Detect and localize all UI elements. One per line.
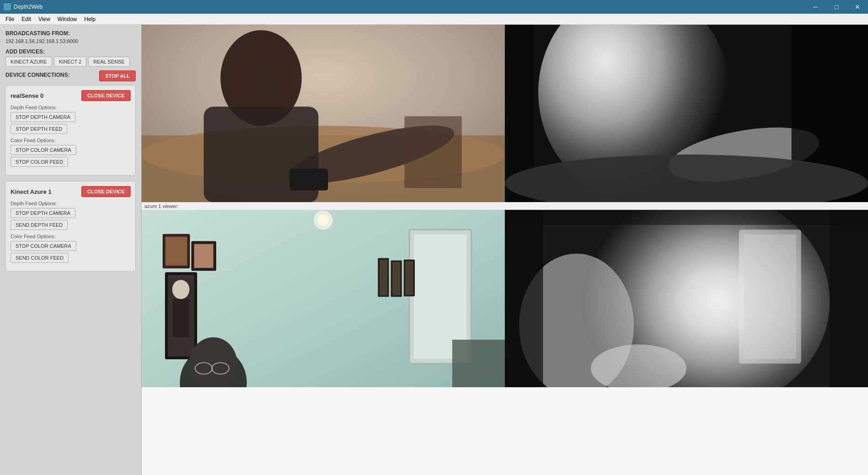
color-feed-panel-azure <box>142 210 505 387</box>
send-depth-feed-azure-button[interactable]: SEND DEPTH FEED <box>11 220 68 230</box>
stop-depth-camera-realsense-button[interactable]: STOP DEPTH CAMERA <box>11 112 75 122</box>
add-kinect2-button[interactable]: KINECT 2 <box>54 57 86 67</box>
svg-rect-22 <box>173 299 190 337</box>
color-buttons-realsense: STOP COLOR CAMERA STOP COLOR FEED <box>11 145 131 167</box>
content-area: azure 1 viewer: <box>142 25 868 475</box>
svg-rect-44 <box>830 210 868 387</box>
svg-rect-45 <box>505 210 868 225</box>
svg-rect-28 <box>380 260 387 295</box>
depth-feed-realsense <box>505 25 868 202</box>
svg-rect-16 <box>165 237 187 266</box>
device-header-realsense: realSense 0 CLOSE DEVICE <box>11 90 131 101</box>
depth-feed-label-realsense: Depth Feed Options: <box>11 105 131 110</box>
stop-color-camera-azure-button[interactable]: STOP COLOR CAMERA <box>11 241 76 251</box>
viewer-realsense <box>142 25 868 202</box>
broadcasting-label: BROADCASTING FROM: <box>5 30 136 37</box>
viewer-label-azure: azure 1 viewer: <box>142 202 868 210</box>
close-device-realsense-button[interactable]: CLOSE DEVICE <box>81 90 131 101</box>
depth-feed-label-azure: Depth Feed Options: <box>11 201 131 206</box>
svg-rect-32 <box>405 261 413 294</box>
svg-rect-18 <box>194 244 213 268</box>
device-header-azure: Kinect Azure 1 CLOSE DEVICE <box>11 186 131 197</box>
minimize-button[interactable]: ─ <box>805 0 826 14</box>
depth-feed-panel-azure <box>505 210 868 387</box>
svg-rect-43 <box>505 210 543 387</box>
device-connections-label: DEVICE CONNECTIONS: <box>5 72 70 78</box>
svg-point-24 <box>318 214 329 226</box>
svg-rect-37 <box>452 340 505 387</box>
color-feed-realsense <box>142 25 505 202</box>
viewer-images-realsense <box>142 25 868 202</box>
send-color-feed-azure-button[interactable]: SEND COLOR FEED <box>11 253 69 263</box>
svg-rect-30 <box>392 262 400 295</box>
connections-header: DEVICE CONNECTIONS: STOP ALL <box>5 70 136 81</box>
titlebar: Depth2Web ─ □ ✕ <box>0 0 868 14</box>
svg-rect-42 <box>744 235 796 359</box>
menu-view[interactable]: View <box>35 15 54 23</box>
depth-buttons-azure: STOP DEPTH CAMERA SEND DEPTH FEED <box>11 208 131 230</box>
app-title: Depth2Web <box>14 4 42 10</box>
depth-feed-panel-realsense <box>505 25 868 202</box>
viewer-azure <box>142 210 868 387</box>
svg-rect-7 <box>404 116 462 188</box>
window-controls: ─ □ ✕ <box>805 0 868 14</box>
menu-help[interactable]: Help <box>81 15 100 23</box>
device-card-azure: Kinect Azure 1 CLOSE DEVICE Depth Feed O… <box>5 181 136 272</box>
device-card-realsense: realSense 0 CLOSE DEVICE Depth Feed Opti… <box>5 85 136 176</box>
device-name-realsense: realSense 0 <box>11 92 43 99</box>
add-devices-label: ADD DEVICES: <box>5 48 136 55</box>
menubar: File Edit View Window Help <box>0 14 868 25</box>
stop-color-camera-realsense-button[interactable]: STOP COLOR CAMERA <box>11 145 76 155</box>
svg-rect-6 <box>290 169 328 190</box>
main-layout: BROADCASTING FROM: 192.168.1.56,192.168.… <box>0 25 868 475</box>
add-device-buttons: KINECT AZURE KINECT 2 REAL SENSE <box>5 57 136 67</box>
stop-depth-camera-azure-button[interactable]: STOP DEPTH CAMERA <box>11 208 75 218</box>
stop-depth-feed-realsense-button[interactable]: STOP DEPTH FEED <box>11 124 67 134</box>
stop-color-feed-realsense-button[interactable]: STOP COLOR FEED <box>11 157 68 167</box>
color-feed-label-azure: Color Feed Options: <box>11 234 131 239</box>
color-feed-panel-realsense <box>142 25 505 202</box>
add-kinect-azure-button[interactable]: KINECT AZURE <box>5 57 52 67</box>
viewer-images-azure <box>142 210 868 387</box>
close-device-azure-button[interactable]: CLOSE DEVICE <box>81 186 131 197</box>
app-icon <box>4 3 11 11</box>
broadcasting-value: 192.168.1.56,192.168.1.53:8000 <box>5 38 136 44</box>
maximize-button[interactable]: □ <box>826 0 847 14</box>
svg-point-21 <box>172 280 190 299</box>
sidebar: BROADCASTING FROM: 192.168.1.56,192.168.… <box>0 25 142 475</box>
color-feed-azure <box>142 210 505 387</box>
depth-buttons-realsense: STOP DEPTH CAMERA STOP DEPTH FEED <box>11 112 131 134</box>
color-buttons-azure: STOP COLOR CAMERA SEND COLOR FEED <box>11 241 131 263</box>
device-name-azure: Kinect Azure 1 <box>11 188 52 195</box>
menu-edit[interactable]: Edit <box>18 15 35 23</box>
add-real-sense-button[interactable]: REAL SENSE <box>88 57 130 67</box>
close-button[interactable]: ✕ <box>847 0 868 14</box>
color-feed-label-realsense: Color Feed Options: <box>11 138 131 143</box>
menu-window[interactable]: Window <box>54 15 81 23</box>
depth-feed-azure <box>505 210 868 387</box>
menu-file[interactable]: File <box>2 15 18 23</box>
stop-all-button[interactable]: STOP ALL <box>99 70 136 81</box>
